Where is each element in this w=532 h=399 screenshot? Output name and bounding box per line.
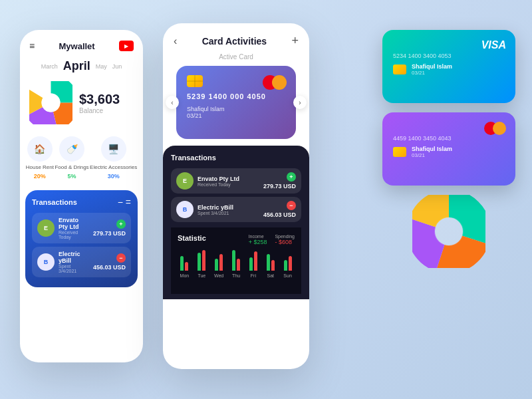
purple-card-number: 4459 1400 3450 4043 <box>393 135 505 142</box>
bar-label: Thu <box>232 273 240 278</box>
spending-bar <box>202 250 205 271</box>
trans-electric-name: Electric yBill <box>59 251 89 264</box>
card-expiry: 03/21 <box>187 112 285 119</box>
spending-bar <box>237 259 240 271</box>
trans-item-envato[interactable]: E Envato Pty Ltd Received Today + 279.73… <box>32 213 131 243</box>
month-jun[interactable]: Jun <box>112 63 122 70</box>
mid-trans-title: Transactions <box>171 154 216 162</box>
bar-label: Sat <box>267 273 274 278</box>
income-bar <box>215 259 218 271</box>
mid-trans-electric[interactable]: B Electric yBill Spent 3/4/2021 − 456.03… <box>171 197 301 222</box>
mid-electric-date: Spent 3/4/2021 <box>198 211 259 215</box>
house-icon: 🏠 <box>27 136 53 162</box>
mastercard-logo <box>263 75 287 90</box>
svg-point-9 <box>434 217 464 246</box>
card-next-arrow[interactable]: › <box>293 96 307 109</box>
cat-food-pct: 5% <box>68 173 76 180</box>
pie-chart-large <box>412 195 485 268</box>
month-may[interactable]: May <box>96 63 107 70</box>
visa-card: VISA 5234 1400 3400 4053 Shafiqul Islam … <box>382 30 515 103</box>
electric-logo: B <box>37 253 55 271</box>
mid-electric-amount: 456.03 USD <box>263 211 296 218</box>
spending-bar <box>219 254 223 271</box>
bar-group-mon: Mon <box>178 244 192 278</box>
month-march[interactable]: March <box>41 63 58 70</box>
trans-envato-date: Received Today <box>59 230 89 239</box>
food-icon: 🍼 <box>59 136 84 162</box>
cat-house-label: House Rent <box>26 164 54 170</box>
purple-card-bottom: Shafiqul Islam 03/21 <box>393 146 505 158</box>
month-april[interactable]: April <box>63 59 90 73</box>
purple-card: 4459 1400 3450 4043 Shafiqul Islam 03/21 <box>382 112 515 186</box>
balance-amount: $3,603 <box>79 92 120 107</box>
mid-electric-name: Electric yBill <box>198 204 259 211</box>
trans-electric-badge: − <box>116 253 126 263</box>
spending-bar <box>271 260 275 271</box>
category-food: 🍼 Food & Drings 5% <box>55 136 88 180</box>
mid-envato-amount: 279.73 USD <box>263 183 296 190</box>
income-bar <box>180 256 184 271</box>
mid-envato-badge: + <box>287 172 296 182</box>
visa-chip <box>393 65 406 74</box>
cat-house-pct: 20% <box>34 173 46 180</box>
categories-section: 🏠 House Rent 20% 🍼 Food & Drings 5% 🖥️ E… <box>20 130 143 186</box>
mid-electric-logo: B <box>176 201 194 218</box>
svg-point-4 <box>42 94 61 112</box>
visa-holder: Shafiqul Islam <box>412 63 505 70</box>
visa-number: 5234 1400 3400 4053 <box>393 53 505 59</box>
visa-logo: VISA <box>481 39 506 51</box>
bar-chart: MonTueWedThuFriSatSun <box>178 251 295 287</box>
youtube-icon[interactable]: ▶ <box>119 41 134 51</box>
bar-group-thu: Thu <box>229 244 243 278</box>
category-house-rent: 🏠 House Rent 20% <box>26 136 54 180</box>
mid-phone-title: Card Activities <box>202 36 267 47</box>
bar-label: Wed <box>214 273 223 278</box>
left-transactions: Transactions − = E Envato Pty Ltd Receiv… <box>25 190 138 287</box>
trans-item-electric[interactable]: B Electric yBill Spent 3/4/2021 − 456.03… <box>32 247 131 277</box>
mid-trans-envato[interactable]: E Envato Pty Ltd Received Today + 279.73… <box>171 168 301 194</box>
spending-label: Spending <box>275 234 295 239</box>
chip-icon <box>187 75 203 87</box>
cat-food-label: Food & Drings <box>55 164 88 170</box>
purple-expiry: 03/21 <box>412 152 505 158</box>
trans-title: Transactions <box>32 198 77 206</box>
hamburger-icon[interactable]: ≡ <box>29 41 35 51</box>
category-electric: 🖥️ Electric Accessories 30% <box>90 136 137 180</box>
bar-label: Sun <box>283 273 291 278</box>
active-credit-card: 5239 1400 000 4050 Shafiqul Islam 03/21 <box>176 66 296 139</box>
income-bar <box>284 260 287 271</box>
mid-envato-logo: E <box>176 172 194 190</box>
purple-holder: Shafiqul Islam <box>412 146 505 152</box>
cat-electric-label: Electric Accessories <box>90 164 137 170</box>
purple-chip <box>393 147 406 157</box>
left-phone: ≡ Mywallet ▶ March April May Jun $3,603 … <box>20 30 143 362</box>
back-button[interactable]: ‹ <box>174 35 177 47</box>
card-prev-arrow[interactable]: ‹ <box>166 96 179 109</box>
add-button[interactable]: + <box>291 34 299 48</box>
trans-electric-amount: 456.03 USD <box>93 264 126 271</box>
income-bar <box>198 253 201 271</box>
card-number: 5239 1400 000 4050 <box>187 92 285 100</box>
electric-icon: 🖥️ <box>101 136 126 162</box>
bar-group-wed: Wed <box>212 244 226 278</box>
mid-transactions: Transactions E Envato Pty Ltd Received T… <box>163 146 309 299</box>
mid-envato-date: Received Today <box>198 182 259 187</box>
mid-envato-name: Envato Pty Ltd <box>198 176 259 182</box>
visa-expiry: 03/21 <box>412 70 505 76</box>
trans-envato-name: Envato Pty Ltd <box>59 217 89 230</box>
income-label: Income <box>249 234 267 239</box>
bar-label: Tue <box>198 273 205 278</box>
envato-logo: E <box>37 219 55 237</box>
mid-electric-badge: − <box>287 201 296 210</box>
trans-envato-badge: + <box>116 219 126 229</box>
bar-label: Mon <box>180 273 190 278</box>
cat-electric-pct: 30% <box>108 173 120 180</box>
income-bar <box>249 257 253 271</box>
trans-menu-icon[interactable]: − = <box>118 197 131 207</box>
left-phone-title: Mywallet <box>59 41 94 51</box>
income-bar <box>267 254 270 271</box>
visa-card-bottom: Shafiqul Islam 03/21 <box>393 63 505 76</box>
spending-bar <box>289 256 292 271</box>
card-slider: ‹ 5239 1400 000 4050 Shafiqul Islam 03/2… <box>163 66 309 139</box>
balance-section: $3,603 Balance <box>20 76 143 130</box>
